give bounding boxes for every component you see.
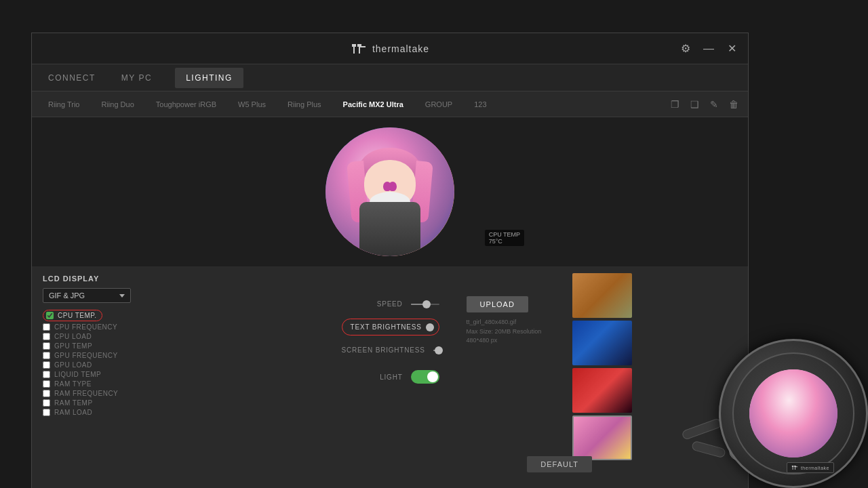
upload-filename: tt_girl_480x480.gif — [467, 318, 552, 327]
copy-tab-icon[interactable]: ❐ — [668, 96, 682, 113]
body — [359, 202, 420, 256]
checkbox-label-ram-temp: RAM TEMP — [54, 399, 93, 407]
checkbox-label-cpu-frequency: CPU FREQUENCY — [54, 323, 117, 331]
checkbox-input-ram-frequency[interactable] — [43, 390, 50, 397]
checkbox-label-cpu-load: CPU LOAD — [54, 333, 92, 340]
checkbox-input-cpu-temp[interactable] — [46, 312, 54, 319]
checkbox-input-ram-temp[interactable] — [43, 399, 50, 407]
tab-lighting[interactable]: LIGHTING — [175, 68, 243, 88]
lcd-figure — [749, 369, 837, 458]
speed-slider-track[interactable] — [411, 304, 439, 305]
avatar-display — [326, 127, 454, 256]
title-bar: thermaltake ⚙ — ✕ — [32, 33, 748, 64]
overlay-line1: CPU TEMP — [489, 231, 520, 238]
checkbox-input-liquid-temp[interactable] — [43, 371, 50, 378]
upload-button[interactable]: UPLOAD — [467, 296, 528, 312]
speed-slider-row: SPEED — [342, 300, 439, 308]
tab-actions: ❐ ❑ ✎ 🗑 — [668, 96, 741, 113]
checkbox-liquid-temp[interactable]: LIQUID TEMP — [43, 371, 317, 378]
display-mode-dropdown[interactable]: GIF & JPG — [43, 288, 131, 303]
device-tab-w5plus[interactable]: W5 Plus — [229, 96, 275, 113]
preview-area: CPU TEMP 75°C — [32, 117, 748, 266]
tt-brand: thermaltake — [787, 462, 834, 473]
screen-brightness-row: SCREEN BRIGHTNESS — [342, 346, 439, 354]
nav-tabs: CONNECT MY PC LIGHTING — [32, 64, 748, 92]
window-controls: ⚙ — ✕ — [679, 42, 738, 56]
checkbox-ram-load[interactable]: RAM LOAD — [43, 409, 317, 416]
checkbox-input-gpu-frequency[interactable] — [43, 352, 50, 359]
lcd-screen — [749, 369, 837, 458]
tt-brand-logo-icon — [791, 465, 798, 470]
checkbox-label-cpu-temp: CPU TEMP. — [58, 312, 96, 319]
minimize-icon[interactable]: — — [702, 42, 715, 56]
speed-slider-thumb[interactable] — [422, 300, 431, 308]
checkbox-input-gpu-temp[interactable] — [43, 342, 50, 350]
checkbox-label-ram-frequency: RAM FREQUENCY — [54, 390, 118, 397]
mount-arm-2 — [691, 441, 726, 458]
ring-middle — [732, 352, 854, 474]
tab-mypc[interactable]: MY PC — [119, 68, 155, 88]
dropdown-value: GIF & JPG — [49, 291, 85, 300]
screen-brightness-container[interactable] — [433, 350, 439, 351]
tt-brand-text: thermaltake — [801, 466, 829, 470]
checkbox-input-ram-type[interactable] — [43, 380, 50, 388]
text-brightness-track[interactable] — [430, 327, 431, 328]
light-label: LIGHT — [342, 373, 403, 381]
checkbox-cpu-temp[interactable]: CPU TEMP. — [43, 310, 317, 321]
checkbox-gpu-temp[interactable]: GPU TEMP — [43, 342, 317, 350]
speed-slider-container[interactable] — [411, 304, 439, 305]
text-brightness-container[interactable] — [430, 327, 431, 328]
device-tab-pacific-mx2[interactable]: Pacific MX2 Ultra — [334, 96, 413, 113]
light-toggle-row: LIGHT — [342, 365, 439, 389]
speed-label: SPEED — [342, 300, 403, 308]
app-logo: thermaltake — [351, 43, 429, 55]
lcd-controls: LCD DISPLAY GIF & JPG CPU TEMP. CPU — [32, 266, 328, 488]
app-name: thermaltake — [372, 43, 429, 54]
avatar-figure — [349, 148, 431, 256]
device-tab-riing-duo[interactable]: Riing Duo — [92, 96, 143, 113]
device-tab-group[interactable]: GROUP — [416, 96, 462, 113]
checkbox-input-cpu-load[interactable] — [43, 333, 50, 340]
checkbox-label-liquid-temp: LIQUID TEMP — [54, 371, 101, 378]
upload-section: UPLOAD tt_girl_480x480.gif Max Size: 20M… — [453, 266, 566, 488]
checkbox-gpu-load[interactable]: GPU LOAD — [43, 361, 317, 369]
edit-tab-icon[interactable]: ✎ — [707, 96, 721, 113]
device-tab-toughpower[interactable]: Toughpower iRGB — [146, 96, 226, 113]
checkbox-label-gpu-temp: GPU TEMP — [54, 342, 92, 350]
checkbox-input-ram-load[interactable] — [43, 409, 50, 416]
checkbox-label-gpu-load: GPU LOAD — [54, 361, 92, 369]
checkbox-gpu-frequency[interactable]: GPU FREQUENCY — [43, 352, 317, 359]
screen-brightness-label: SCREEN BRIGHTNESS — [342, 346, 425, 354]
checkbox-input-cpu-frequency[interactable] — [43, 323, 50, 331]
toggle-thumb — [427, 371, 438, 382]
cpu-temp-highlight: CPU TEMP. — [43, 310, 102, 321]
default-button[interactable]: DEFAULT — [527, 456, 592, 472]
text-brightness-label: TEXT BRIGHTNESS — [351, 323, 422, 331]
upload-file-info: Max Size: 20MB Resolution 480*480 px — [467, 327, 552, 346]
checkbox-ram-frequency[interactable]: RAM FREQUENCY — [43, 390, 317, 397]
screen-brightness-track[interactable] — [433, 350, 439, 351]
eye-right — [389, 182, 397, 191]
text-brightness-thumb[interactable] — [426, 323, 434, 331]
device-tab-riing-trio[interactable]: Riing Trio — [39, 96, 89, 113]
checkbox-cpu-load[interactable]: CPU LOAD — [43, 333, 317, 340]
dropdown-arrow-icon — [119, 294, 125, 298]
settings-icon[interactable]: ⚙ — [679, 42, 692, 56]
delete-tab-icon[interactable]: 🗑 — [726, 96, 741, 113]
tab-connect[interactable]: CONNECT — [45, 68, 98, 88]
device-tab-123[interactable]: 123 — [465, 96, 496, 113]
checkbox-label-gpu-frequency: GPU FREQUENCY — [54, 352, 118, 359]
screen-brightness-thumb[interactable] — [435, 346, 443, 354]
device-tab-riing-plus[interactable]: Riing Plus — [278, 96, 331, 113]
checkbox-ram-type[interactable]: RAM TYPE — [43, 380, 317, 388]
close-icon[interactable]: ✕ — [725, 42, 738, 56]
device-tabs: Riing Trio Riing Duo Toughpower iRGB W5 … — [32, 92, 748, 117]
checkbox-ram-temp[interactable]: RAM TEMP — [43, 399, 317, 407]
light-toggle[interactable] — [411, 370, 439, 384]
checkbox-cpu-frequency[interactable]: CPU FREQUENCY — [43, 323, 317, 331]
checkbox-label-ram-load: RAM LOAD — [54, 409, 92, 416]
paste-tab-icon[interactable]: ❑ — [688, 96, 702, 113]
hardware-device: thermaltake — [610, 258, 868, 488]
checkbox-input-gpu-load[interactable] — [43, 361, 50, 369]
sliders-section: SPEED TEXT BRIGHTNESS — [328, 266, 453, 488]
